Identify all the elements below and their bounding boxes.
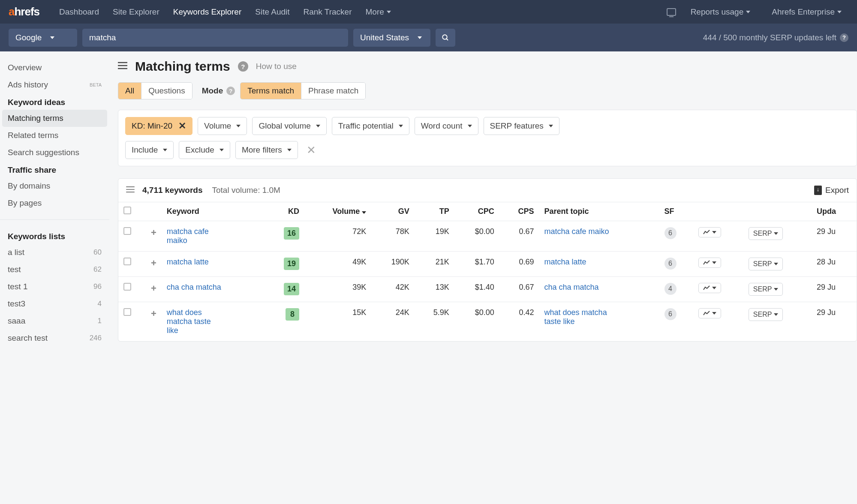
expand-row-icon[interactable]: + xyxy=(151,308,156,319)
sidebar-item-search-suggestions[interactable]: Search suggestions xyxy=(0,144,109,161)
keyword-link[interactable]: matcha latte xyxy=(167,258,209,267)
row-checkbox[interactable] xyxy=(123,283,131,291)
trend-button[interactable] xyxy=(698,308,721,318)
sidebar-list-item[interactable]: saaa1 xyxy=(0,312,109,330)
cps-cell: 0.69 xyxy=(499,252,539,277)
serp-button[interactable]: SERP xyxy=(749,227,783,240)
sidebar-list-item[interactable]: test62 xyxy=(0,261,109,278)
col-header[interactable]: CPC xyxy=(454,202,499,221)
filter-global-volume[interactable]: Global volume xyxy=(252,117,326,135)
help-icon[interactable]: ? xyxy=(238,61,248,72)
row-checkbox[interactable] xyxy=(123,308,131,316)
hamburger-icon[interactable] xyxy=(118,62,127,72)
col-header[interactable]: Volume xyxy=(304,202,371,221)
keyword-link[interactable]: cha cha matcha xyxy=(167,283,221,292)
filter-kd-min-20[interactable]: KD: Min-20✕ xyxy=(125,117,192,135)
tp-cell: 21K xyxy=(415,252,454,277)
sidebar-list-item[interactable]: test34 xyxy=(0,295,109,312)
nav-item-dashboard[interactable]: Dashboard xyxy=(52,7,106,17)
col-header[interactable]: CPS xyxy=(499,202,539,221)
serp-button[interactable]: SERP xyxy=(749,258,783,270)
total-volume: Total volume: 1.0M xyxy=(212,186,280,195)
trend-button[interactable] xyxy=(698,227,721,237)
sidebar-item-ads-history[interactable]: Ads history BETA xyxy=(0,76,109,93)
export-icon xyxy=(814,186,822,195)
keyword-link[interactable]: matcha cafe maiko xyxy=(167,227,225,245)
sidebar-list-item[interactable]: search test246 xyxy=(0,330,109,347)
logo[interactable]: ahrefs xyxy=(9,5,39,18)
filter-serp-features[interactable]: SERP features xyxy=(484,117,559,135)
sidebar-list-item[interactable]: a list60 xyxy=(0,244,109,261)
results-menu-icon[interactable] xyxy=(126,186,135,195)
sf-badge[interactable]: 6 xyxy=(665,227,677,239)
trend-button[interactable] xyxy=(698,258,721,268)
sidebar-list-item[interactable]: test 196 xyxy=(0,278,109,295)
close-icon[interactable]: ✕ xyxy=(178,121,186,131)
parent-topic-link[interactable]: matcha cafe maiko xyxy=(544,227,609,236)
sidebar-item-related-terms[interactable]: Related terms xyxy=(0,127,109,144)
col-header[interactable]: TP xyxy=(415,202,454,221)
nav-item-keywords-explorer[interactable]: Keywords Explorer xyxy=(166,7,248,17)
filter-more-filters[interactable]: More filters xyxy=(235,141,298,159)
keyword-count: 4,711 keywords xyxy=(142,186,202,195)
row-checkbox[interactable] xyxy=(123,258,131,265)
filter-exclude[interactable]: Exclude xyxy=(179,141,230,159)
sidebar: OverviewAds history BETA Keyword ideas M… xyxy=(0,51,109,354)
trend-button[interactable] xyxy=(698,283,721,293)
monitor-icon[interactable] xyxy=(667,8,676,16)
expand-row-icon[interactable]: + xyxy=(151,227,156,238)
nav-item-site-explorer[interactable]: Site Explorer xyxy=(106,7,166,17)
tab-terms-match[interactable]: Terms match xyxy=(241,83,301,99)
keyword-link[interactable]: what does matcha taste like xyxy=(167,308,225,335)
nav-items: DashboardSite ExplorerKeywords ExplorerS… xyxy=(52,7,398,17)
keyword-input[interactable] xyxy=(82,29,348,47)
col-header[interactable]: Upda xyxy=(812,202,857,221)
row-checkbox[interactable] xyxy=(123,227,131,235)
search-button[interactable] xyxy=(436,29,455,47)
sidebar-header-traffic-share: Traffic share xyxy=(0,161,109,177)
filter-include[interactable]: Include xyxy=(125,141,174,159)
sidebar-item-overview[interactable]: Overview xyxy=(0,59,109,76)
tab-questions[interactable]: Questions xyxy=(141,83,192,99)
cps-cell: 0.67 xyxy=(499,221,539,252)
tab-all[interactable]: All xyxy=(118,83,141,99)
sf-badge[interactable]: 6 xyxy=(665,308,677,320)
nav-item-rank-tracker[interactable]: Rank Tracker xyxy=(297,7,359,17)
expand-row-icon[interactable]: + xyxy=(151,283,156,294)
export-button[interactable]: Export xyxy=(814,186,849,195)
nav-item-site-audit[interactable]: Site Audit xyxy=(248,7,296,17)
sidebar-item-by-pages[interactable]: By pages xyxy=(0,195,109,212)
parent-topic-link[interactable]: what does matcha taste like xyxy=(544,308,613,326)
search-engine-select[interactable]: Google xyxy=(9,29,77,47)
tab-phrase-match[interactable]: Phrase match xyxy=(301,83,365,99)
serp-button[interactable]: SERP xyxy=(749,283,783,296)
reports-usage-dropdown[interactable]: Reports usage xyxy=(684,7,758,17)
result-type-tabs: AllQuestions xyxy=(118,82,192,99)
table-row: +what does matcha taste like815K24K5.9K$… xyxy=(118,302,857,342)
col-header xyxy=(743,202,812,221)
country-select[interactable]: United States xyxy=(353,29,430,47)
help-icon[interactable]: ? xyxy=(840,33,848,42)
sf-badge[interactable]: 4 xyxy=(665,283,677,295)
nav-item-more[interactable]: More xyxy=(359,7,398,17)
col-header[interactable]: Parent topic xyxy=(539,202,659,221)
select-all-checkbox[interactable] xyxy=(123,207,131,214)
how-to-use-link[interactable]: How to use xyxy=(256,62,297,71)
col-header[interactable]: Keyword xyxy=(162,202,265,221)
col-header[interactable]: KD xyxy=(265,202,304,221)
help-icon[interactable]: ? xyxy=(226,87,235,95)
col-header[interactable]: SF xyxy=(659,202,693,221)
expand-row-icon[interactable]: + xyxy=(151,258,156,268)
parent-topic-link[interactable]: cha cha matcha xyxy=(544,283,599,292)
sf-badge[interactable]: 6 xyxy=(665,258,677,270)
sidebar-item-by-domains[interactable]: By domains xyxy=(0,177,109,195)
sidebar-item-matching-terms[interactable]: Matching terms xyxy=(2,110,107,127)
filter-traffic-potential[interactable]: Traffic potential xyxy=(332,117,409,135)
col-header[interactable]: GV xyxy=(371,202,415,221)
serp-button[interactable]: SERP xyxy=(749,308,783,321)
account-plan-dropdown[interactable]: Ahrefs Enterprise xyxy=(765,7,848,17)
parent-topic-link[interactable]: matcha latte xyxy=(544,258,586,267)
clear-filters-icon[interactable]: ✕ xyxy=(303,141,319,159)
filter-word-count[interactable]: Word count xyxy=(415,117,478,135)
filter-volume[interactable]: Volume xyxy=(198,117,247,135)
